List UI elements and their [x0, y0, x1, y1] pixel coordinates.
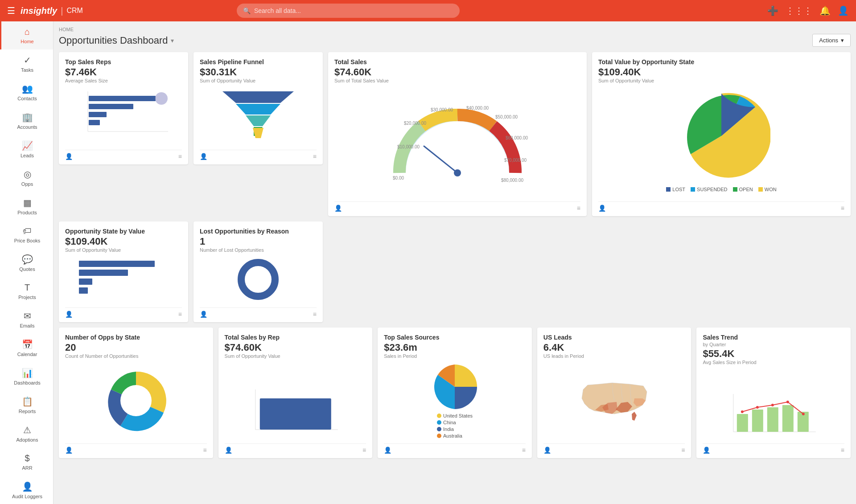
- price-books-icon: 🏷: [23, 226, 32, 236]
- menu-footer-icon[interactable]: ≡: [178, 153, 182, 160]
- card-subtitle: Average Sales Size: [65, 78, 182, 83]
- card-lost-opps: Lost Opportunities by Reason 1 Number of…: [193, 221, 323, 322]
- svg-marker-7: [222, 91, 294, 103]
- menu-footer-icon[interactable]: ≡: [841, 447, 844, 454]
- sidebar-label-projects: Projects: [18, 295, 36, 300]
- sidebar-label-emails: Emails: [20, 323, 34, 328]
- menu-footer-icon[interactable]: ≡: [841, 205, 844, 212]
- sidebar-label-opps: Opps: [21, 181, 33, 187]
- sidebar-item-audit-loggers[interactable]: 👤 Audit Loggers: [0, 476, 53, 504]
- card-footer: 👤 ≡: [65, 307, 182, 318]
- legend-australia: Australia: [437, 433, 462, 438]
- sidebar-item-accounts[interactable]: 🏢 Accounts: [0, 107, 53, 135]
- svg-marker-11: [253, 128, 263, 138]
- svg-point-30: [120, 385, 152, 416]
- sidebar-label-home: Home: [21, 39, 33, 44]
- card-value: $109.40K: [598, 66, 844, 78]
- card-subtitle: Sum of Opportunity Value: [65, 247, 182, 253]
- sidebar-item-reports[interactable]: 📋 Reports: [0, 391, 53, 419]
- card-footer: 👤 ≡: [598, 201, 844, 212]
- sidebar-label-contacts: Contacts: [17, 96, 37, 101]
- sidebar-item-arr[interactable]: $ ARR: [0, 448, 53, 476]
- svg-marker-8: [236, 104, 280, 115]
- sidebar-label-tasks: Tasks: [21, 67, 33, 73]
- sidebar-item-tasks[interactable]: ✓ Tasks: [0, 49, 53, 78]
- menu-footer-icon[interactable]: ≡: [522, 447, 526, 454]
- user-footer-icon: 👤: [65, 447, 73, 454]
- tasks-icon: ✓: [24, 55, 31, 66]
- sidebar-item-adoptions[interactable]: ⚠ Adoptions: [0, 419, 53, 448]
- sidebar-label-dashboards: Dashboards: [14, 380, 40, 385]
- search-bar[interactable]: 🔍: [237, 4, 460, 18]
- svg-text:$60,000.00: $60,000.00: [506, 135, 528, 140]
- sidebar-item-quotes[interactable]: 💬 Quotes: [0, 249, 53, 277]
- svg-marker-9: [246, 115, 271, 126]
- title-dropdown-arrow[interactable]: ▾: [171, 37, 174, 44]
- menu-footer-icon[interactable]: ≡: [577, 205, 580, 212]
- nav-divider: |: [61, 6, 63, 16]
- dashboards-icon: 📊: [22, 368, 33, 378]
- sidebar-item-calendar[interactable]: 📅 Calendar: [0, 334, 53, 362]
- main-content: HOME Opportunities Dashboard ▾ Actions ▾…: [54, 21, 856, 504]
- card-value: $74.60K: [334, 66, 580, 78]
- card-subtitle: Sum of Opportunity Value: [200, 78, 317, 83]
- products-icon: ▦: [23, 197, 32, 208]
- legend-color-suspended: [691, 187, 695, 192]
- legend-open: OPEN: [733, 187, 753, 192]
- user-icon[interactable]: 👤: [838, 5, 849, 16]
- menu-footer-icon[interactable]: ≡: [362, 447, 366, 454]
- sidebar: ⌂ Home ✓ Tasks 👥 Contacts 🏢 Accounts 📈 L…: [0, 21, 54, 504]
- sidebar-item-contacts[interactable]: 👥 Contacts: [0, 78, 53, 107]
- card-subtitle: Sales in Period: [384, 353, 526, 359]
- bell-icon[interactable]: 🔔: [819, 5, 831, 16]
- legend-color-won: [758, 187, 763, 192]
- menu-footer-icon[interactable]: ≡: [203, 447, 206, 454]
- actions-button[interactable]: Actions ▾: [812, 34, 851, 47]
- funnel-chart: [218, 87, 298, 145]
- svg-rect-26: [79, 279, 92, 285]
- card-title: Opportunity State by Value: [65, 228, 182, 235]
- card-value: $7.46K: [65, 66, 182, 78]
- search-input[interactable]: [254, 7, 453, 14]
- svg-line-12: [424, 146, 457, 173]
- sidebar-item-products[interactable]: ▦ Products: [0, 192, 53, 221]
- card-top-sales-reps: Top Sales Reps $7.46K Average Sales Size: [59, 52, 188, 164]
- app-module: CRM: [66, 7, 82, 15]
- sidebar-item-emails[interactable]: ✉ Emails: [0, 305, 53, 334]
- sidebar-label-products: Products: [17, 210, 37, 215]
- adoptions-icon: ⚠: [23, 425, 31, 435]
- home-icon: ⌂: [25, 27, 30, 37]
- menu-footer-icon[interactable]: ≡: [681, 447, 685, 454]
- card-title: Top Sales Sources: [384, 334, 526, 341]
- card-title: Top Sales Reps: [65, 58, 182, 66]
- sidebar-item-leads[interactable]: 📈 Leads: [0, 135, 53, 164]
- sidebar-item-home[interactable]: ⌂ Home: [0, 21, 53, 49]
- svg-rect-4: [89, 112, 107, 117]
- grid-icon[interactable]: ⋮⋮⋮: [786, 5, 812, 16]
- calendar-icon: 📅: [22, 339, 33, 350]
- svg-rect-36: [737, 414, 748, 432]
- nav-actions: ➕ ⋮⋮⋮ 🔔 👤: [767, 5, 849, 16]
- sidebar-item-opps[interactable]: ◎ Opps: [0, 164, 53, 192]
- trend-chart: [703, 389, 844, 438]
- card-value: 6.4K: [543, 342, 685, 353]
- sidebar-item-projects[interactable]: T Projects: [0, 277, 53, 305]
- card-total-value-state: Total Value by Opportunity State $109.40…: [592, 52, 851, 216]
- card-title: Number of Opps by State: [65, 334, 207, 341]
- card-footer: 👤 ≡: [543, 443, 685, 454]
- add-icon[interactable]: ➕: [767, 5, 778, 16]
- card-footer: 👤 ≡: [225, 443, 366, 454]
- hamburger-menu[interactable]: ☰: [7, 5, 15, 16]
- menu-footer-icon[interactable]: ≡: [313, 311, 317, 318]
- menu-footer-icon[interactable]: ≡: [313, 153, 317, 160]
- sidebar-item-dashboards[interactable]: 📊 Dashboards: [0, 362, 53, 391]
- svg-point-6: [155, 92, 168, 105]
- svg-text:$40,000.00: $40,000.00: [466, 106, 489, 111]
- card-title: Sales Pipeline Funnel: [200, 58, 317, 66]
- sidebar-item-price-books[interactable]: 🏷 Price Books: [0, 221, 53, 249]
- legend-color-open: [733, 187, 737, 192]
- search-icon: 🔍: [243, 7, 251, 14]
- menu-footer-icon[interactable]: ≡: [178, 311, 182, 318]
- card-value: $30.31K: [200, 66, 317, 78]
- svg-rect-3: [89, 104, 133, 109]
